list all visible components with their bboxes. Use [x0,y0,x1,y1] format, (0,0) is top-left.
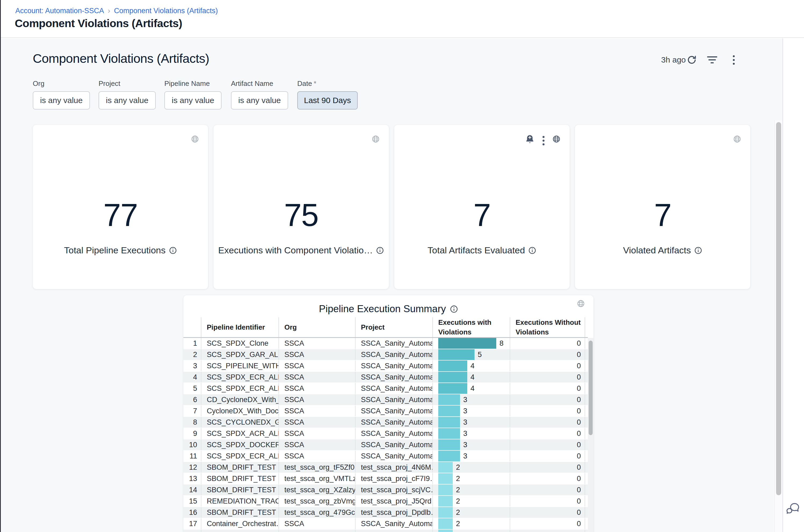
table-row[interactable]: 4 SCS_SPDX_ECR_ALL_… SSCA SSCA_Sanity_Au… [183,372,588,383]
table-row[interactable]: 2 SCS_SPDX_GAR_ALL… SSCA SSCA_Sanity_Aut… [183,349,588,360]
table-row[interactable]: 10 SCS_SPDX_DOCKER_… SSCA SSCA_Sanity_Au… [183,439,588,451]
cell-pipeline-identifier: SBOM_DRIFT_TEST [201,507,279,518]
kpi-label: Total Pipeline Executions [33,245,208,255]
violations-bar[interactable] [438,428,460,439]
cell-org: SSCA [279,451,355,461]
violations-bar[interactable] [438,507,453,518]
alert-bell-icon[interactable] [525,134,535,145]
violations-bar[interactable] [438,349,474,360]
filter-chip-pipeline-name[interactable]: is any value [164,91,222,110]
cell-executions-with-violations: 3 [432,394,510,405]
table-row[interactable]: 5 SCS_SPDX_ECR_ALL_… SSCA SSCA_Sanity_Au… [183,383,588,394]
table-title: Pipeline Execution Summary [183,303,594,315]
cell-executions-with-violations: 2 [432,473,510,484]
violations-bar[interactable] [438,484,453,495]
cell-executions-with-violations: 5 [432,349,510,360]
info-icon[interactable] [694,246,702,254]
violations-bar[interactable] [438,451,460,461]
cell-executions-without-violations: 0 [510,439,585,450]
violations-bar[interactable] [438,417,460,428]
violations-bar[interactable] [438,338,496,349]
row-index: 8 [183,417,201,428]
cell-project: SSCA_Sanity_Automa… [355,372,432,382]
cell-project: SSCA_Sanity_Automa… [355,338,432,349]
cell-pipeline-identifier: SCS_SPDX_DOCKER_… [201,439,279,450]
violations-bar[interactable] [438,439,460,450]
table-row[interactable]: 7 CycloneDX_With_Doc… SSCA SSCA_Sanity_A… [183,405,588,417]
violations-bar-value: 3 [463,441,467,449]
table-row[interactable]: 16 SBOM_DRIFT_TEST test_ssca_org_479Gc… … [183,507,588,518]
info-icon[interactable] [528,246,536,254]
refresh-button[interactable] [686,55,697,65]
table-scrollbar-thumb[interactable] [588,341,593,435]
column-header-project[interactable]: Project [355,317,432,337]
filter-chip-org[interactable]: is any value [33,91,90,110]
violations-bar[interactable] [438,462,453,473]
table-row[interactable]: 15 REMEDIATION_TRAC… test_ssca_org_zbVmg… [183,496,588,507]
violations-bar[interactable] [438,473,453,484]
cell-executions-without-violations: 0 [510,473,585,484]
page-scrollbar-thumb[interactable] [776,122,781,495]
info-icon[interactable] [450,305,458,313]
dashboard-filters-button[interactable] [707,55,717,65]
violations-bar[interactable] [438,372,467,382]
breadcrumb-page-link[interactable]: Component Violations (Artifacts) [114,7,218,15]
violations-bar[interactable] [438,496,453,507]
filter-chip-artifact-name[interactable]: is any value [231,91,288,110]
cell-pipeline-identifier: SCS_SPDX_ECR_ALL_… [201,451,279,461]
table-row[interactable]: 1 SCS_SPDX_Clone SSCA SSCA_Sanity_Automa… [183,338,588,349]
kpi-card-total-pipeline-executions: 77 Total Pipeline Executions [33,125,208,289]
kpi-card-executions-with-component-violations: 75 Executions with Component Violatio… [213,125,389,289]
kpi-label: Total Artifacts Evaluated [394,245,569,255]
cell-pipeline-identifier: SCS_SPDX_Clone [201,338,279,349]
info-icon[interactable] [169,246,177,254]
chat-widget-button[interactable] [785,501,800,515]
column-header-org[interactable]: Org [279,317,355,337]
table-row[interactable]: 3 SCS_PIPELINE_WITH… SSCA SSCA_Sanity_Au… [183,360,588,372]
violations-bar-value: 2 [456,497,460,506]
globe-icon[interactable] [372,135,380,143]
column-header-pipeline-identifier[interactable]: Pipeline Identifier [201,317,279,337]
violations-bar[interactable] [438,405,460,416]
dashboard-more-menu-button[interactable] [728,55,739,65]
filter-chip-project[interactable]: is any value [98,91,156,110]
cell-pipeline-identifier: SCS_SPDX_ACR_ALL… [201,428,279,439]
cell-project [355,530,432,532]
column-header-executions-without-violations[interactable]: Executions Without Violations [510,317,585,337]
cell-org [279,530,355,532]
table-row[interactable]: 6 CD_CycloneDX_With_… SSCA SSCA_Sanity_A… [183,394,588,405]
table-row[interactable]: 11 SCS_SPDX_ECR_ALL_… SSCA SSCA_Sanity_A… [183,451,588,462]
refresh-icon [687,55,697,65]
tile-kebab-icon[interactable] [542,136,545,146]
info-icon[interactable] [376,246,384,254]
column-header-executions-with-violations[interactable]: Executions with Violations [432,317,510,337]
row-index [183,530,201,532]
violations-bar[interactable] [438,518,453,529]
table-row-partial[interactable] [183,530,588,532]
globe-icon[interactable] [553,135,560,143]
cell-org: test_ssca_org_zbVmg… [279,496,355,507]
cell-pipeline-identifier: SBOM_DRIFT_TEST [201,462,279,473]
table-row[interactable]: 9 SCS_SPDX_ACR_ALL… SSCA SSCA_Sanity_Aut… [183,428,588,439]
row-index: 15 [183,496,201,507]
table-row[interactable]: 17 Container_Orchestrat… SSCA SSCA_Sanit… [183,518,588,530]
globe-icon[interactable] [191,135,199,143]
cell-executions-without-violations: 0 [510,338,585,349]
cell-org: SSCA [279,349,355,360]
violations-bar[interactable] [438,530,453,532]
violations-bar[interactable] [438,360,467,371]
kebab-icon [733,55,735,65]
breadcrumb-account-link[interactable]: Account: Automation-SSCA [15,7,104,15]
cell-executions-without-violations: 0 [510,405,585,416]
cell-project: test_ssca_proj_cF7I9… [355,473,432,484]
cell-project: SSCA_Sanity_Automa… [355,439,432,450]
violations-bar[interactable] [438,394,460,405]
globe-icon[interactable] [733,135,741,143]
table-row[interactable]: 14 SBOM_DRIFT_TEST test_ssca_org_XZalzy…… [183,484,588,496]
table-row[interactable]: 13 SBOM_DRIFT_TEST test_ssca_org_VMTLz… … [183,473,588,484]
violations-bar[interactable] [438,383,467,394]
table-row[interactable]: 8 SCS_CYCLONEDX_GA… SSCA SSCA_Sanity_Aut… [183,417,588,428]
filter-chip-date[interactable]: Last 90 Days [297,91,358,110]
table-row[interactable]: 12 SBOM_DRIFT_TEST test_ssca_org_tF5Zf0…… [183,462,588,473]
cell-executions-without-violations: 0 [510,518,585,529]
